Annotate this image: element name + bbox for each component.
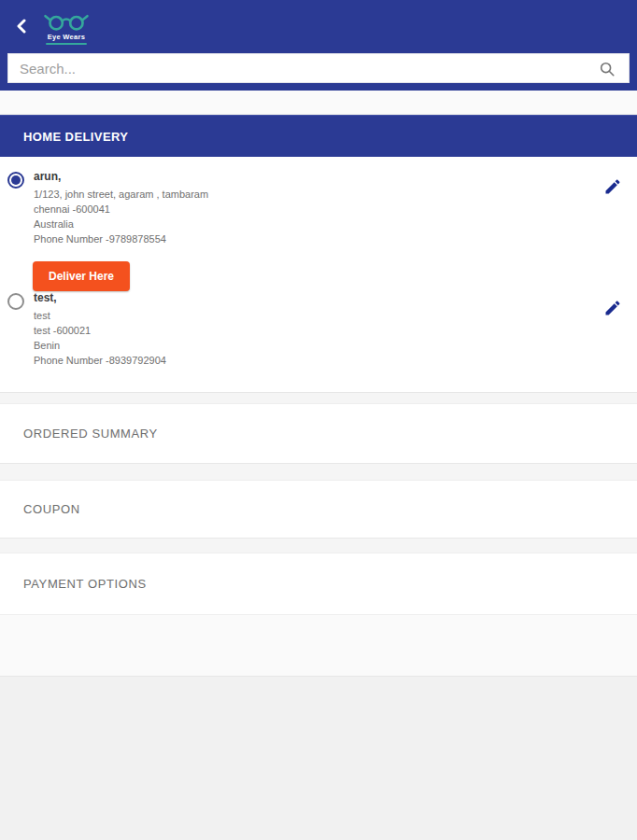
logo-underline: [46, 43, 87, 45]
page-background: [0, 676, 637, 840]
logo-text: Eye Wears: [48, 33, 86, 41]
address-country: Australia: [34, 217, 581, 231]
payment-options-section[interactable]: PAYMENT OPTIONS: [0, 553, 637, 614]
search-box: [7, 53, 630, 83]
edit-address-icon[interactable]: [603, 299, 622, 317]
spacer: [0, 392, 637, 404]
address-street: 1/123, john street, agaram , tambaram: [34, 187, 581, 202]
coupon-section[interactable]: COUPON: [0, 481, 637, 538]
edit-address-icon[interactable]: [603, 177, 622, 196]
ordered-summary-title: ORDERED SUMMARY: [23, 427, 158, 441]
brand-logo[interactable]: Eye Wears: [43, 7, 90, 45]
chevron-left-icon: [15, 19, 28, 34]
spacer: [0, 538, 637, 553]
payment-options-title: PAYMENT OPTIONS: [23, 577, 147, 591]
address-city: test -600021: [34, 323, 581, 338]
address-item-test: test, test test -600021 Benin Phone Numb…: [0, 291, 637, 368]
spacer: [0, 614, 637, 676]
address-name: test,: [34, 291, 581, 304]
address-country: Benin: [34, 338, 581, 353]
address-phone: Phone Number -9789878554: [34, 231, 581, 246]
address-item-arun: arun, 1/123, john street, agaram , tamba…: [0, 170, 637, 246]
ordered-summary-section[interactable]: ORDERED SUMMARY: [0, 404, 637, 463]
address-name: arun,: [34, 170, 581, 183]
address-phone: Phone Number -8939792904: [34, 353, 581, 368]
checkout-page: Eye Wears HOME DELIVERY arun, 1/123, joh…: [0, 0, 637, 840]
back-button[interactable]: [9, 14, 34, 38]
address-radio-selected[interactable]: [7, 172, 24, 189]
address-city: chennai -600041: [34, 202, 581, 217]
coupon-title: COUPON: [23, 502, 80, 516]
deliver-here-button[interactable]: Deliver Here: [33, 261, 130, 291]
address-list: arun, 1/123, john street, agaram , tamba…: [0, 157, 637, 392]
spacer: [0, 463, 637, 481]
address-street: test: [34, 308, 581, 323]
search-icon[interactable]: [599, 61, 616, 77]
search-input[interactable]: [8, 54, 629, 82]
spacer: [0, 91, 637, 115]
home-delivery-title: HOME DELIVERY: [23, 130, 128, 144]
glasses-icon: [43, 11, 90, 32]
address-radio-unselected[interactable]: [7, 293, 24, 310]
app-bar: Eye Wears: [0, 0, 637, 51]
search-band: [0, 51, 637, 91]
home-delivery-header[interactable]: HOME DELIVERY: [0, 115, 637, 157]
